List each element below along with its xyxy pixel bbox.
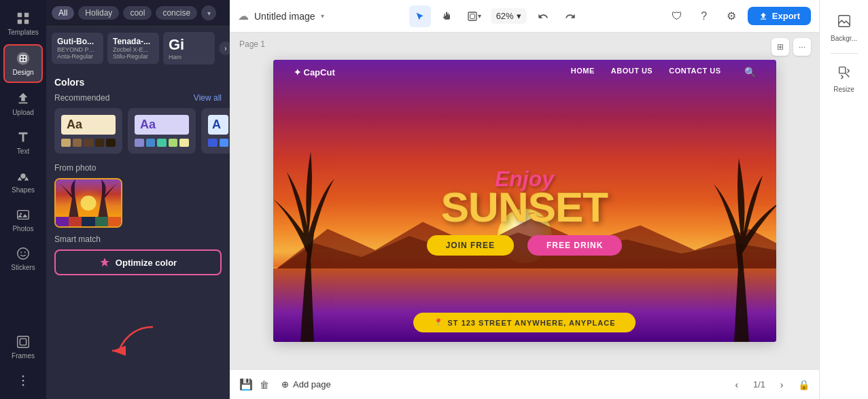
location-icon: 📍 (434, 318, 444, 327)
undo-button[interactable] (532, 5, 554, 27)
swatch (179, 139, 189, 147)
panel-scroll-area: Colors Recommended View all Aa Aa (46, 70, 230, 399)
color-cards-row: Aa Aa (54, 108, 222, 154)
frame-dropdown: ▾ (478, 12, 481, 20)
font-card-0[interactable]: Guti-Bo... BEYOND PRO... Anta-Regular (52, 33, 103, 64)
svg-rect-22 (839, 67, 845, 73)
swatch (135, 139, 144, 147)
sidebar-item-stickers[interactable]: Stickers (3, 241, 43, 277)
sidebar-item-label-stickers: Stickers (11, 264, 35, 271)
sidebar-item-label-text: Text (17, 148, 29, 155)
tag-concise[interactable]: concise (156, 6, 197, 20)
help-icon[interactable]: ? (693, 5, 715, 27)
font-card-1-title: Tenada-... (113, 37, 154, 46)
more-icon (16, 373, 31, 388)
canvas-address: 📍 ST 123 STREET ANYWHERE, ANYPLACE (413, 313, 636, 332)
tag-cool[interactable]: cool (123, 6, 152, 20)
bottom-bar: 💾 🗑 ⊕ Add page ‹ 1/1 › 🔒 (230, 369, 819, 399)
right-panel: Backgr... Resize (819, 0, 868, 399)
export-icon (759, 12, 768, 21)
background-panel-item[interactable]: Backgr... (823, 8, 865, 48)
zoom-control[interactable]: 62% ▾ (491, 8, 527, 24)
svg-rect-14 (20, 339, 26, 345)
main-content: ☁ Untitled image ▾ ▾ 62% ▾ (230, 0, 819, 399)
font-card-0-sub1: BEYOND PRO... (57, 46, 98, 53)
font-cards-next[interactable]: › (219, 41, 230, 55)
photo-palette[interactable] (54, 178, 122, 228)
colors-recommended-row: Recommended View all (54, 93, 222, 103)
cloud-icon: ☁ (238, 10, 249, 22)
sidebar-item-text[interactable]: Text (3, 124, 43, 160)
color-card-1[interactable]: Aa (128, 108, 196, 154)
swatch (146, 139, 156, 147)
tag-holiday[interactable]: Holiday (78, 6, 119, 20)
tag-all[interactable]: All (52, 6, 74, 20)
resize-panel-item[interactable]: Resize (823, 59, 865, 99)
canvas-actions: ⊞ ··· (771, 38, 811, 56)
delete-icon[interactable]: 🗑 (260, 379, 269, 390)
sidebar-item-label-photos: Photos (12, 225, 33, 232)
frames-icon (16, 334, 31, 349)
save-icon[interactable]: 💾 (239, 378, 253, 391)
tags-dropdown[interactable]: ▾ (201, 5, 216, 20)
canvas-action-grid[interactable]: ⊞ (771, 38, 789, 56)
photos-icon (16, 207, 31, 222)
swatch (95, 139, 105, 147)
toolbar-left: ☁ Untitled image ▾ (238, 10, 324, 22)
sidebar-more[interactable] (3, 368, 43, 394)
swatch (73, 139, 82, 147)
frame-tool[interactable]: ▾ (464, 5, 485, 27)
free-drink-btn: FREE DRINK (527, 235, 622, 256)
stickers-icon (16, 246, 31, 261)
swatch (208, 139, 218, 147)
lock-icon[interactable]: 🔒 (798, 379, 810, 390)
photo-swatch (108, 217, 121, 226)
add-page-button[interactable]: ⊕ Add page (276, 377, 336, 392)
address-text: ST 123 STREET ANYWHERE, ANYPLACE (448, 319, 616, 327)
resize-panel-label: Resize (833, 86, 854, 93)
color-card-2-swatches (208, 139, 228, 147)
sidebar-item-design[interactable]: Design (3, 44, 43, 83)
font-card-1[interactable]: Tenada-... Zocbel X-E... Stilu-Regular (107, 33, 159, 64)
sidebar-item-upload[interactable]: Upload (3, 86, 43, 122)
hand-tool[interactable] (436, 5, 458, 27)
svg-rect-20 (470, 14, 475, 18)
side-panel: All Holiday cool concise ▾ Guti-Bo... BE… (46, 0, 230, 399)
font-card-0-title: Guti-Bo... (57, 37, 98, 46)
bg-icon-svg (837, 14, 852, 29)
canvas-action-more[interactable]: ··· (793, 38, 811, 56)
sidebar-item-templates[interactable]: Templates (3, 5, 43, 41)
shield-icon[interactable]: 🛡 (666, 5, 688, 27)
font-card-2-sub2: Ham (169, 54, 209, 60)
swatch (169, 139, 178, 147)
redo-button[interactable] (559, 5, 581, 27)
optimize-icon (99, 257, 110, 268)
font-card-2[interactable]: Gi Ham (163, 32, 215, 65)
color-card-2[interactable]: A (201, 108, 230, 154)
sidebar-item-shapes[interactable]: Shapes (3, 163, 43, 199)
view-all-link[interactable]: View all (194, 93, 222, 103)
color-card-0[interactable]: Aa (54, 108, 122, 154)
sidebar-item-frames[interactable]: Frames (3, 329, 43, 365)
optimize-color-button[interactable]: Optimize color (54, 249, 222, 275)
swatch (220, 139, 229, 147)
svg-point-10 (18, 248, 29, 260)
next-page-btn[interactable]: › (771, 374, 793, 396)
document-title[interactable]: Untitled image (254, 11, 315, 22)
frame-icon (467, 11, 478, 22)
sidebar-item-label-frames: Frames (12, 352, 35, 360)
svg-rect-19 (468, 12, 476, 20)
sidebar-item-label-shapes: Shapes (12, 186, 35, 194)
color-card-1-aa: Aa (135, 115, 189, 135)
export-button[interactable]: Export (748, 7, 811, 25)
resize-icon (837, 65, 852, 83)
doc-dropdown-arrow[interactable]: ▾ (321, 12, 324, 20)
sidebar-item-label-upload: Upload (12, 109, 34, 116)
select-tool[interactable] (409, 5, 431, 27)
color-card-1-swatches (135, 139, 189, 147)
sidebar-item-photos[interactable]: Photos (3, 202, 43, 238)
export-label: Export (772, 11, 800, 21)
photo-preview (56, 179, 121, 217)
settings-icon[interactable]: ⚙ (721, 5, 742, 27)
prev-page-btn[interactable]: ‹ (726, 374, 748, 396)
